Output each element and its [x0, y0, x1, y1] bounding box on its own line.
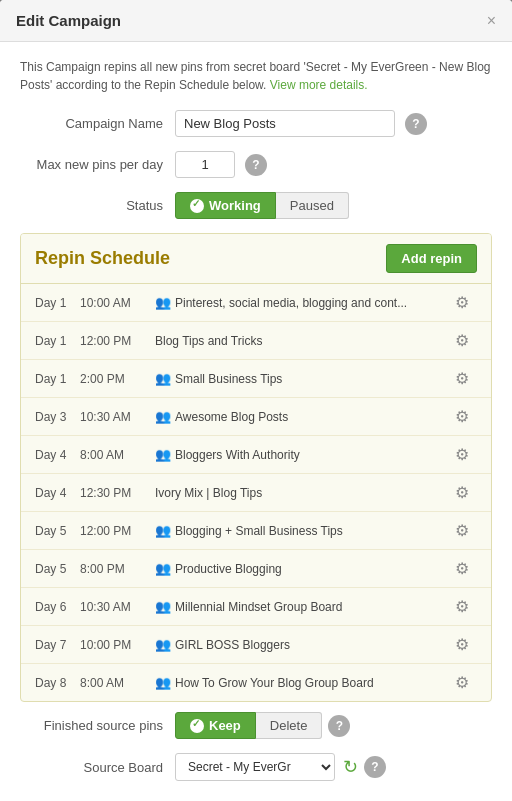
finished-source-row: Finished source pins Keep Delete ?: [20, 712, 492, 739]
schedule-day: Day 5: [35, 562, 80, 576]
keep-check-icon: [190, 719, 204, 733]
group-board-icon: 👥: [155, 447, 171, 462]
modal-body: This Campaign repins all new pins from s…: [0, 42, 512, 801]
schedule-time: 8:00 PM: [80, 562, 155, 576]
source-board-select[interactable]: Secret - My EverGr: [175, 753, 335, 781]
source-board-help-icon[interactable]: ?: [364, 756, 386, 778]
schedule-time: 10:30 AM: [80, 600, 155, 614]
schedule-gear[interactable]: ⚙: [453, 443, 477, 466]
schedule-row: Day 5 12:00 PM 👥Blogging + Small Busines…: [21, 512, 491, 550]
group-board-icon: 👥: [155, 409, 171, 424]
schedule-row: Day 1 2:00 PM 👥Small Business Tips ⚙: [21, 360, 491, 398]
schedule-time: 10:00 PM: [80, 638, 155, 652]
repin-schedule-section: Repin Schedule Add repin Day 1 10:00 AM …: [20, 233, 492, 702]
status-working-button[interactable]: Working: [175, 192, 276, 219]
keep-delete-group: Keep Delete: [175, 712, 322, 739]
schedule-time: 12:00 PM: [80, 334, 155, 348]
add-repin-button[interactable]: Add repin: [386, 244, 477, 273]
schedule-day: Day 1: [35, 296, 80, 310]
gear-button[interactable]: ⚙: [453, 519, 471, 542]
schedule-row: Day 4 12:30 PM Ivory Mix | Blog Tips ⚙: [21, 474, 491, 512]
pins-per-day-label: Max new pins per day: [20, 157, 175, 172]
source-board-label: Source Board: [20, 760, 175, 775]
gear-button[interactable]: ⚙: [453, 405, 471, 428]
edit-campaign-modal: Edit Campaign × This Campaign repins all…: [0, 0, 512, 801]
schedule-gear[interactable]: ⚙: [453, 481, 477, 504]
modal-header: Edit Campaign ×: [0, 0, 512, 42]
status-label: Status: [20, 198, 175, 213]
schedule-row: Day 6 10:30 AM 👥Millennial Mindset Group…: [21, 588, 491, 626]
schedule-day: Day 5: [35, 524, 80, 538]
schedule-row: Day 4 8:00 AM 👥Bloggers With Authority ⚙: [21, 436, 491, 474]
schedule-board: Blog Tips and Tricks: [155, 334, 453, 348]
schedule-gear[interactable]: ⚙: [453, 367, 477, 390]
schedule-day: Day 3: [35, 410, 80, 424]
schedule-row: Day 1 12:00 PM Blog Tips and Tricks ⚙: [21, 322, 491, 360]
schedule-gear[interactable]: ⚙: [453, 557, 477, 580]
schedule-day: Day 1: [35, 372, 80, 386]
schedule-gear[interactable]: ⚙: [453, 595, 477, 618]
group-board-icon: 👥: [155, 523, 171, 538]
group-board-icon: 👥: [155, 599, 171, 614]
pins-per-day-input[interactable]: [175, 151, 235, 178]
gear-button[interactable]: ⚙: [453, 557, 471, 580]
schedule-day: Day 7: [35, 638, 80, 652]
schedule-board: 👥Productive Blogging: [155, 561, 453, 576]
schedule-row: Day 1 10:00 AM 👥Pinterest, social media,…: [21, 284, 491, 322]
view-more-link[interactable]: View more details.: [270, 78, 368, 92]
gear-button[interactable]: ⚙: [453, 671, 471, 694]
schedule-row: Day 8 8:00 AM 👥How To Grow Your Blog Gro…: [21, 664, 491, 701]
schedule-gear[interactable]: ⚙: [453, 329, 477, 352]
gear-button[interactable]: ⚙: [453, 595, 471, 618]
gear-button[interactable]: ⚙: [453, 367, 471, 390]
group-board-icon: 👥: [155, 371, 171, 386]
schedule-time: 8:00 AM: [80, 676, 155, 690]
schedule-day: Day 8: [35, 676, 80, 690]
schedule-time: 8:00 AM: [80, 448, 155, 462]
gear-button[interactable]: ⚙: [453, 329, 471, 352]
schedule-row: Day 5 8:00 PM 👥Productive Blogging ⚙: [21, 550, 491, 588]
schedule-day: Day 4: [35, 486, 80, 500]
schedule-gear[interactable]: ⚙: [453, 671, 477, 694]
schedule-day: Day 1: [35, 334, 80, 348]
schedule-board: 👥GIRL BOSS Bloggers: [155, 637, 453, 652]
schedule-gear[interactable]: ⚙: [453, 405, 477, 428]
gear-button[interactable]: ⚙: [453, 443, 471, 466]
status-group: Working Paused: [175, 192, 349, 219]
campaign-name-help-icon[interactable]: ?: [405, 113, 427, 135]
pins-per-day-row: Max new pins per day ?: [20, 151, 492, 178]
schedule-gear[interactable]: ⚙: [453, 519, 477, 542]
schedule-board: 👥Small Business Tips: [155, 371, 453, 386]
gear-button[interactable]: ⚙: [453, 481, 471, 504]
schedule-board: 👥Pinterest, social media, blogging and c…: [155, 295, 453, 310]
schedule-time: 10:00 AM: [80, 296, 155, 310]
campaign-name-row: Campaign Name ?: [20, 110, 492, 137]
source-board-row: Source Board Secret - My EverGr ↻ ?: [20, 753, 492, 781]
gear-button[interactable]: ⚙: [453, 291, 471, 314]
gear-button[interactable]: ⚙: [453, 633, 471, 656]
close-button[interactable]: ×: [487, 13, 496, 29]
schedule-day: Day 4: [35, 448, 80, 462]
group-board-icon: 👥: [155, 675, 171, 690]
keep-button[interactable]: Keep: [175, 712, 256, 739]
group-board-icon: 👥: [155, 561, 171, 576]
modal-title: Edit Campaign: [16, 12, 121, 29]
refresh-icon[interactable]: ↻: [343, 756, 358, 778]
working-check-icon: [190, 199, 204, 213]
schedule-row: Day 7 10:00 PM 👥GIRL BOSS Bloggers ⚙: [21, 626, 491, 664]
schedule-day: Day 6: [35, 600, 80, 614]
finished-source-help-icon[interactable]: ?: [328, 715, 350, 737]
schedule-board: 👥Bloggers With Authority: [155, 447, 453, 462]
schedule-board: 👥Blogging + Small Business Tips: [155, 523, 453, 538]
pins-per-day-help-icon[interactable]: ?: [245, 154, 267, 176]
status-row: Status Working Paused: [20, 192, 492, 219]
campaign-name-input[interactable]: [175, 110, 395, 137]
schedule-time: 2:00 PM: [80, 372, 155, 386]
schedule-gear[interactable]: ⚙: [453, 291, 477, 314]
schedule-time: 10:30 AM: [80, 410, 155, 424]
schedule-board: 👥Millennial Mindset Group Board: [155, 599, 453, 614]
delete-source-button[interactable]: Delete: [256, 712, 323, 739]
schedule-gear[interactable]: ⚙: [453, 633, 477, 656]
schedule-time: 12:30 PM: [80, 486, 155, 500]
status-paused-button[interactable]: Paused: [276, 192, 349, 219]
